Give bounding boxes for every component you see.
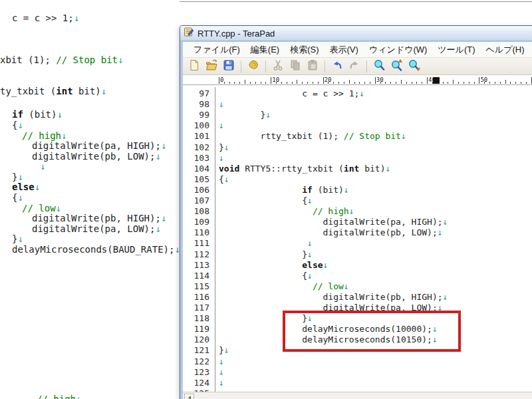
newline-mark: ↓ bbox=[161, 213, 166, 223]
code-row: 108 // high↓ bbox=[183, 206, 532, 217]
code-text: digitalWrite(pa, HIGH); bbox=[219, 217, 443, 227]
newline-mark: ↓ bbox=[174, 244, 180, 255]
ruler-tick bbox=[318, 82, 319, 84]
ruler-tick bbox=[307, 82, 308, 84]
terapad-window[interactable]: RTTY.cpp - TeraPad ファイル(F)編集(E)検索(S)表示(V… bbox=[180, 25, 532, 399]
menu-item-tool[interactable]: ツール(T) bbox=[432, 42, 480, 58]
save-icon bbox=[222, 59, 235, 74]
code-text: { bbox=[219, 174, 224, 184]
background-code-line: // high↓ bbox=[37, 394, 81, 399]
ruler-tick bbox=[323, 77, 324, 84]
ruler-tick bbox=[380, 82, 381, 84]
ruler-tick bbox=[479, 77, 479, 84]
ruler-tick bbox=[521, 82, 521, 84]
newline-mark: ↓ bbox=[40, 161, 45, 172]
keyword-text: if bbox=[302, 185, 313, 195]
save-button[interactable] bbox=[221, 59, 237, 74]
code-text: digitalWrite(pa, HIGH); bbox=[32, 140, 161, 151]
line-number: 120 bbox=[183, 334, 209, 344]
menu-item-file[interactable]: ファイル(F) bbox=[188, 42, 245, 58]
code-text: digitalWrite(pb, LOW); bbox=[32, 151, 155, 162]
menu-item-search[interactable]: 検索(S) bbox=[285, 42, 324, 58]
text-editor-area[interactable]: 97 c = c >> 1;↓98↓99 }↓100↓101 rtty_txbi… bbox=[183, 87, 532, 392]
code-text: digitalWrite(pb, HIGH); bbox=[219, 292, 443, 302]
code-line: digitalWrite(pb, LOW);↓ bbox=[219, 227, 443, 237]
new-file-button[interactable] bbox=[186, 59, 202, 74]
line-number: 107 bbox=[183, 196, 209, 205]
code-text: } bbox=[219, 345, 224, 355]
ruler-label: 0 bbox=[220, 76, 223, 83]
search-icon bbox=[372, 59, 386, 74]
code-row: 100↓ bbox=[183, 120, 532, 132]
newline-mark: ↓ bbox=[265, 110, 271, 120]
newline-mark: ↓ bbox=[219, 367, 224, 377]
code-row: 104void RTTY5::rtty_txbit (int bit)↓ bbox=[183, 164, 532, 175]
discard-edits-button[interactable] bbox=[245, 59, 261, 74]
newline-mark: ↓ bbox=[118, 55, 123, 65]
newline-mark: ↓ bbox=[438, 227, 443, 237]
line-number: 108 bbox=[183, 206, 209, 216]
newline-mark: ↓ bbox=[307, 196, 313, 205]
search-down-button[interactable] bbox=[406, 59, 422, 74]
line-number: 102 bbox=[183, 142, 209, 152]
newline-mark: ↓ bbox=[224, 174, 229, 184]
code-row: 115 // low↓ bbox=[183, 281, 532, 293]
ruler-tick bbox=[484, 82, 485, 84]
menu-item-help[interactable]: ヘルプ(H) bbox=[481, 42, 530, 58]
background-code-line: ty_txbit (int bit)↓ bbox=[0, 86, 106, 96]
code-row: 102}↓ bbox=[183, 142, 532, 154]
comment-text: // high bbox=[37, 394, 76, 399]
newline-mark: ↓ bbox=[101, 86, 106, 96]
menu-item-edit[interactable]: 編集(E) bbox=[245, 42, 285, 58]
background-code-window[interactable]: c = c >> 1;↓xbit (1); // Stop bit↓ty_txb… bbox=[0, 0, 180, 399]
keyword-text: void bbox=[219, 164, 239, 174]
menu-item-view[interactable]: 表示(V) bbox=[325, 42, 364, 58]
search-up-button[interactable] bbox=[388, 59, 404, 74]
line-number: 110 bbox=[183, 227, 209, 237]
ruler-tick bbox=[239, 82, 240, 84]
scroll-left-button[interactable] bbox=[184, 394, 194, 399]
background-code-line: }↓ bbox=[12, 234, 23, 244]
ruler-tick bbox=[276, 82, 277, 84]
code-line: digitalWrite(pa, HIGH);↓ bbox=[219, 217, 448, 227]
title-bar[interactable]: RTTY.cpp - TeraPad bbox=[180, 26, 532, 41]
background-code-line: {↓ bbox=[12, 193, 23, 203]
code-text: rtty_txbit (1); bbox=[219, 131, 344, 141]
search-button[interactable] bbox=[371, 59, 387, 74]
code-row: 105{↓ bbox=[183, 174, 532, 186]
ruler-tick bbox=[515, 82, 516, 84]
line-number: 99 bbox=[183, 110, 209, 120]
open-folder-button[interactable] bbox=[203, 59, 219, 74]
newline-mark: ↓ bbox=[219, 153, 224, 163]
code-text: } bbox=[219, 142, 224, 152]
code-line: digitalWrite(pb, HIGH);↓ bbox=[219, 292, 448, 302]
line-number: 106 bbox=[183, 185, 209, 195]
newline-mark: ↓ bbox=[307, 238, 313, 248]
ruler-tick bbox=[328, 82, 329, 84]
newline-mark: ↓ bbox=[17, 192, 23, 203]
toolbar-separator bbox=[265, 61, 266, 72]
ruler-tick bbox=[297, 80, 297, 84]
code-text: bit) bbox=[359, 164, 385, 174]
ruler-tick bbox=[458, 82, 459, 84]
ruler-tick bbox=[390, 82, 391, 84]
newline-mark: ↓ bbox=[155, 151, 160, 162]
undo-button[interactable] bbox=[329, 59, 345, 74]
new-file-icon bbox=[188, 59, 201, 74]
ruler-tick bbox=[364, 82, 365, 84]
ruler-tick bbox=[333, 82, 334, 84]
ruler-tick bbox=[261, 82, 261, 84]
background-code-line: {↓ bbox=[12, 120, 23, 130]
ruler-tick bbox=[422, 82, 422, 84]
line-number: 101 bbox=[183, 131, 209, 141]
toolbar-separator bbox=[366, 61, 367, 72]
newline-mark: ↓ bbox=[359, 88, 364, 98]
menu-item-window[interactable]: ウィンドウ(W) bbox=[364, 42, 432, 58]
scroll-left-arrow-icon bbox=[188, 396, 191, 399]
code-text: ty_txbit ( bbox=[0, 86, 56, 96]
background-code-line: digitalWrite(pa, HIGH);↓ bbox=[32, 141, 166, 151]
comment-text: // low bbox=[313, 281, 344, 291]
horizontal-scrollbar[interactable] bbox=[183, 392, 532, 399]
code-text: RTTY5::rtty_txbit ( bbox=[239, 164, 344, 174]
line-number: 121 bbox=[183, 345, 209, 355]
